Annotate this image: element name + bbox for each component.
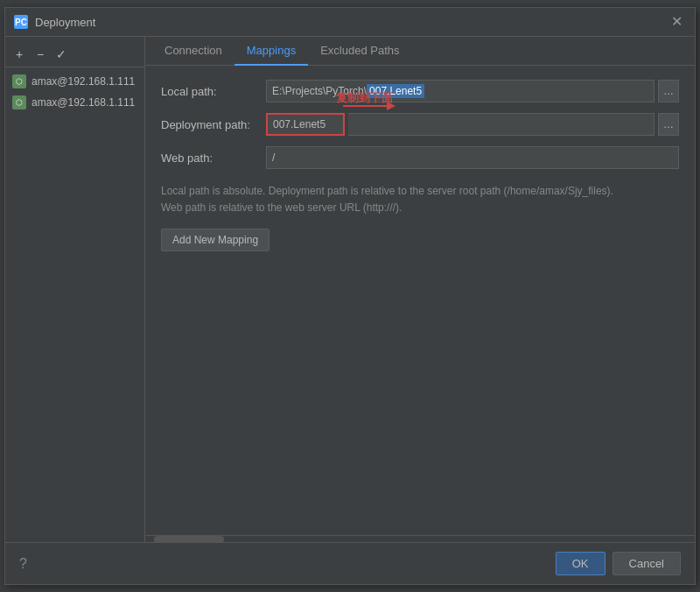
deployment-input-wrap: 复制到下面 …	[266, 113, 679, 136]
web-path-label: Web path:	[161, 152, 266, 165]
dialog-title: Deployment	[35, 16, 661, 29]
sidebar-item-server-2[interactable]: ⬡ amax@192.168.1.111	[5, 92, 144, 113]
tabs-bar: Connection Mappings Excluded Paths	[145, 37, 695, 66]
web-path-input[interactable]	[266, 146, 679, 169]
web-path-row: Web path:	[161, 146, 679, 169]
scrollbar-area	[145, 535, 695, 542]
main-panel: Connection Mappings Excluded Paths Local…	[145, 37, 695, 542]
sidebar-item-server-1[interactable]: ⬡ amax@192.168.1.111	[5, 71, 144, 92]
annotation-container: 复制到下面	[266, 113, 345, 136]
annotation-arrow-icon	[343, 97, 396, 115]
server-icon-2: ⬡	[12, 95, 26, 109]
local-path-row: Local path: E:\Projects\PyTorch\007.Lene…	[161, 80, 679, 102]
local-path-label: Local path:	[161, 85, 266, 98]
dialog-footer: ? OK Cancel	[5, 542, 695, 584]
tab-connection[interactable]: Connection	[152, 37, 234, 66]
deployment-path-label: Deployment path:	[161, 118, 266, 131]
ok-button[interactable]: OK	[556, 552, 606, 575]
add-server-button[interactable]: +	[10, 46, 28, 63]
tab-mappings[interactable]: Mappings	[234, 37, 308, 66]
web-path-input-wrap	[266, 146, 679, 169]
svg-marker-1	[387, 102, 396, 110]
info-text: Local path is absolute. Deployment path …	[161, 183, 679, 216]
deployment-path-browse-button[interactable]: …	[658, 113, 679, 136]
sidebar-toolbar: + − ✓	[5, 42, 144, 67]
close-button[interactable]: ✕	[668, 13, 686, 31]
info-line-1: Local path is absolute. Deployment path …	[161, 183, 679, 200]
sidebar-item-label-2: amax@192.168.1.111	[32, 96, 135, 109]
deployment-path-input[interactable]	[266, 113, 345, 136]
sidebar: + − ✓ ⬡ amax@192.168.1.111 ⬡ amax@192.16…	[5, 37, 145, 542]
deployment-path-row: Deployment path: 复制到下面	[161, 113, 679, 136]
scrollbar-thumb[interactable]	[154, 536, 224, 542]
deployment-dialog: PC Deployment ✕ + − ✓ ⬡ amax@192.168.1.1…	[4, 7, 696, 585]
add-new-mapping-button[interactable]: Add New Mapping	[161, 229, 270, 251]
info-line-2: Web path is relative to the web server U…	[161, 200, 679, 216]
local-path-input-wrap: E:\Projects\PyTorch\007.Lenet5 …	[266, 80, 679, 102]
remove-server-button[interactable]: −	[32, 46, 49, 63]
server-icon-1: ⬡	[12, 74, 26, 88]
sidebar-item-label-1: amax@192.168.1.111	[32, 75, 135, 88]
local-path-display: E:\Projects\PyTorch\007.Lenet5	[266, 80, 654, 102]
cancel-button[interactable]: Cancel	[612, 552, 681, 575]
tab-excluded-paths[interactable]: Excluded Paths	[308, 37, 411, 66]
local-path-browse-button[interactable]: …	[658, 80, 679, 102]
help-button[interactable]: ?	[19, 556, 549, 572]
check-server-button[interactable]: ✓	[52, 46, 70, 63]
title-bar: PC Deployment ✕	[5, 8, 695, 37]
content-area: + − ✓ ⬡ amax@192.168.1.111 ⬡ amax@192.16…	[5, 37, 695, 542]
dialog-icon: PC	[14, 15, 28, 29]
tab-content-mappings: Local path: E:\Projects\PyTorch\007.Lene…	[145, 66, 695, 535]
